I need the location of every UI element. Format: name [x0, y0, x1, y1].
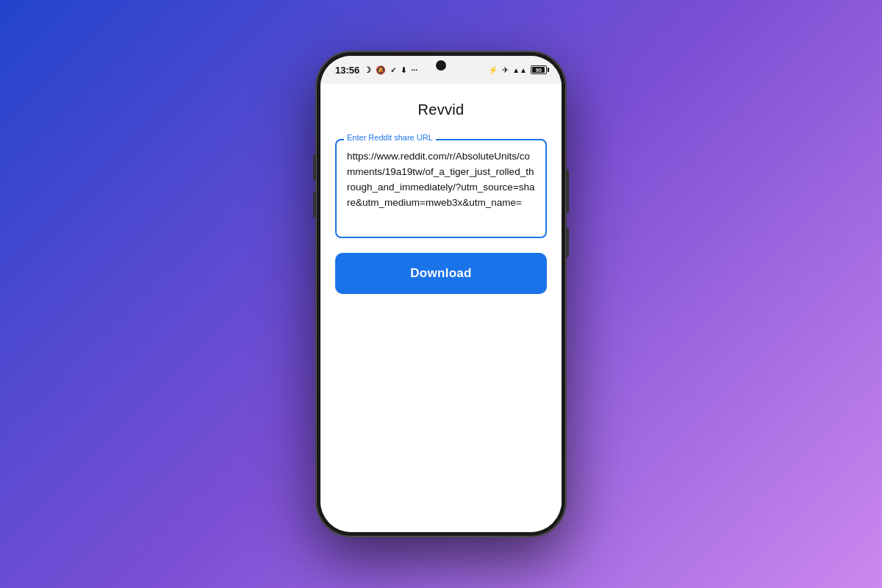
airplane-icon: ✈	[502, 65, 509, 75]
phone-frame: 13:56 ☽ 🔕 ✓ ⬇ ··· ⚡ ✈ ▲▲ 90	[316, 51, 566, 537]
app-main-content: Revvid Enter Reddit share URL Download	[320, 84, 562, 532]
mute-icon: 🔕	[376, 65, 386, 75]
more-icon: ···	[411, 65, 417, 74]
vol-up-button	[313, 154, 316, 181]
download-indicator-icon: ⬇	[401, 66, 406, 74]
camera-area	[436, 60, 446, 71]
battery-level: 90	[536, 68, 542, 73]
battery-indicator: 90	[531, 65, 547, 74]
status-bar-right: ⚡ ✈ ▲▲ 90	[488, 65, 547, 75]
wifi-icon: ▲▲	[512, 66, 527, 74]
checkmark-icon: ✓	[390, 66, 396, 74]
moon-icon: ☽	[364, 65, 371, 75]
front-camera	[436, 60, 446, 71]
status-bar-left: 13:56 ☽ 🔕 ✓ ⬇ ···	[335, 65, 417, 76]
app-title: Revvid	[418, 101, 465, 118]
download-button[interactable]: Download	[335, 253, 547, 294]
time-display: 13:56	[335, 65, 359, 76]
phone-screen: 13:56 ☽ 🔕 ✓ ⬇ ··· ⚡ ✈ ▲▲ 90	[320, 56, 562, 532]
vol-down-button	[313, 191, 316, 218]
url-input[interactable]	[347, 149, 535, 226]
url-input-wrapper: Enter Reddit share URL	[335, 139, 547, 238]
status-bar: 13:56 ☽ 🔕 ✓ ⬇ ··· ⚡ ✈ ▲▲ 90	[320, 56, 562, 84]
url-field-label: Enter Reddit share URL	[344, 133, 436, 142]
bluetooth-icon: ⚡	[488, 65, 498, 75]
